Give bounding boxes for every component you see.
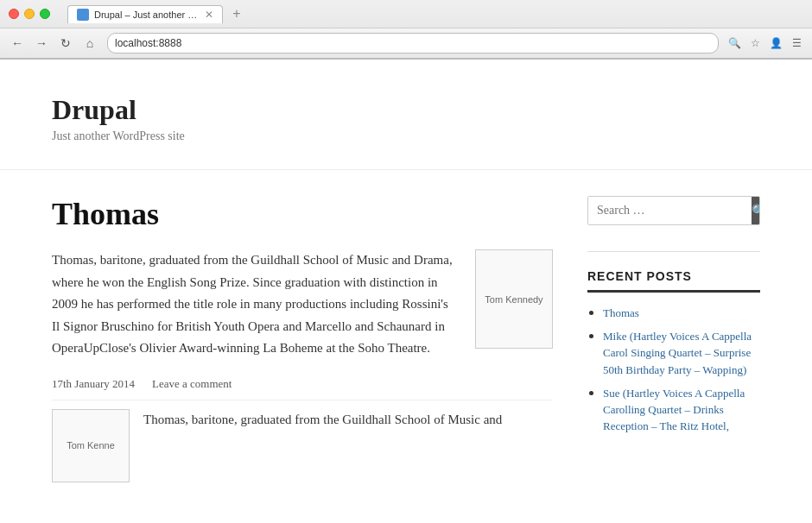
minimize-button[interactable] bbox=[24, 9, 35, 19]
main-content: Thomas Thomas, baritone, graduated from … bbox=[52, 196, 553, 482]
post-image: Tom Kennedy bbox=[475, 249, 553, 349]
close-button[interactable] bbox=[9, 9, 19, 19]
list-item: Thomas bbox=[603, 305, 760, 321]
leave-comment-link[interactable]: Leave a comment bbox=[152, 377, 232, 391]
preview-image: Tom Kenne bbox=[52, 409, 130, 482]
maximize-button[interactable] bbox=[40, 9, 50, 19]
forward-button[interactable]: → bbox=[31, 33, 52, 54]
window-controls bbox=[9, 9, 50, 19]
sidebar: 🔍 RECENT POSTS Thomas Mike (Hartley Voic… bbox=[587, 196, 760, 482]
post-date: 17th January 2014 bbox=[52, 377, 135, 391]
address-bar[interactable] bbox=[107, 33, 719, 54]
menu-icon: ☰ bbox=[788, 35, 805, 52]
new-tab-button[interactable]: + bbox=[226, 3, 247, 24]
post-body-text: Thomas, baritone, graduated from the Gui… bbox=[52, 249, 458, 360]
search-icon: 🔍 bbox=[726, 35, 743, 52]
recent-posts-title: RECENT POSTS bbox=[587, 269, 760, 293]
home-button[interactable]: ⌂ bbox=[79, 33, 100, 54]
tab-title: Drupal – Just another Word… bbox=[94, 9, 198, 20]
post-preview: Tom Kenne Thomas, baritone, graduated fr… bbox=[52, 400, 553, 482]
profile-icon: 👤 bbox=[767, 35, 784, 52]
reload-button[interactable]: ↻ bbox=[55, 33, 76, 54]
browser-tab[interactable]: Drupal – Just another Word… ✕ bbox=[67, 5, 223, 23]
tab-bar: Drupal – Just another Word… ✕ + bbox=[67, 3, 247, 24]
search-form: 🔍 bbox=[587, 196, 760, 225]
title-bar: Drupal – Just another Word… ✕ + bbox=[0, 0, 812, 28]
recent-post-link[interactable]: Mike (Hartley Voices A Cappella Carol Si… bbox=[603, 330, 752, 375]
recent-post-link[interactable]: Sue (Hartley Voices A Cappella Carolling… bbox=[603, 387, 745, 432]
preview-image-alt: Tom Kenne bbox=[67, 440, 115, 451]
search-button[interactable]: 🔍 bbox=[752, 197, 760, 224]
recent-post-link[interactable]: Thomas bbox=[603, 306, 639, 319]
search-widget: 🔍 bbox=[587, 196, 760, 225]
bookmark-icon: ☆ bbox=[746, 35, 764, 52]
search-button-icon: 🔍 bbox=[752, 204, 760, 217]
nav-bar: ← → ↻ ⌂ 🔍 ☆ 👤 ☰ bbox=[0, 28, 812, 59]
post-meta: 17th January 2014 Leave a comment bbox=[52, 377, 553, 391]
page-wrapper: Drupal Just another WordPress site Thoma… bbox=[0, 60, 812, 508]
site-header: Drupal Just another WordPress site bbox=[0, 60, 812, 170]
post-content: Thomas, baritone, graduated from the Gui… bbox=[52, 249, 553, 360]
post-image-alt: Tom Kennedy bbox=[485, 294, 542, 305]
content-area: Thomas Thomas, baritone, graduated from … bbox=[0, 170, 812, 508]
site-title: Drupal bbox=[52, 94, 760, 126]
search-input[interactable] bbox=[588, 197, 752, 224]
nav-right-icons: 🔍 ☆ 👤 ☰ bbox=[726, 35, 805, 52]
site-tagline: Just another WordPress site bbox=[52, 129, 760, 143]
browser-chrome: Drupal – Just another Word… ✕ + ← → ↻ ⌂ … bbox=[0, 0, 812, 60]
back-button[interactable]: ← bbox=[7, 33, 28, 54]
recent-posts-list: Thomas Mike (Hartley Voices A Cappella C… bbox=[587, 305, 760, 434]
recent-posts-widget: RECENT POSTS Thomas Mike (Hartley Voices… bbox=[587, 269, 760, 434]
list-item: Mike (Hartley Voices A Cappella Carol Si… bbox=[603, 328, 760, 378]
tab-favicon-icon bbox=[77, 9, 89, 21]
sidebar-divider bbox=[587, 251, 760, 252]
list-item: Sue (Hartley Voices A Cappella Carolling… bbox=[603, 385, 760, 435]
preview-text: Thomas, baritone, graduated from the Gui… bbox=[143, 409, 502, 482]
tab-close-icon[interactable]: ✕ bbox=[205, 9, 213, 21]
post-title: Thomas bbox=[52, 196, 553, 232]
